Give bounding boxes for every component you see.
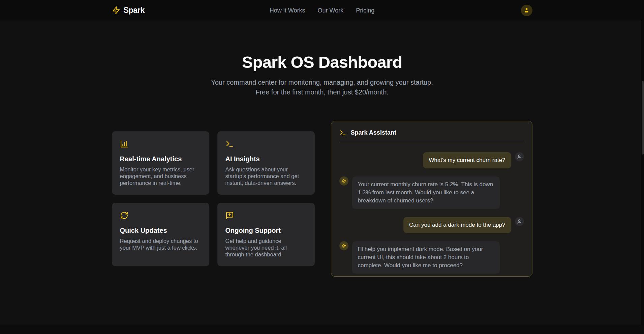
assistant-panel-header: Spark Assistant bbox=[339, 129, 524, 136]
zap-icon bbox=[341, 178, 346, 184]
assistant-avatar bbox=[339, 241, 348, 250]
terminal-icon bbox=[225, 140, 234, 148]
brand-logo[interactable]: Spark bbox=[112, 6, 145, 15]
feature-title: AI Insights bbox=[225, 155, 307, 163]
user-message-bubble: Can you add a dark mode to the app? bbox=[403, 217, 511, 233]
chat-message-assistant: Your current monthly churn rate is 5.2%.… bbox=[339, 176, 524, 209]
assistant-avatar bbox=[339, 176, 348, 186]
hero-section: Spark OS Dashboard Your command center f… bbox=[0, 21, 644, 97]
chat-message-assistant: I'll help you implement dark mode. Based… bbox=[339, 241, 524, 274]
user-icon bbox=[517, 154, 522, 160]
message-square-plus-icon bbox=[225, 211, 234, 220]
chat-message-user: What's my current churn rate? bbox=[339, 152, 524, 168]
chat-messages: What's my current churn rate? Your curre… bbox=[339, 152, 524, 274]
page-title: Spark OS Dashboard bbox=[0, 53, 644, 72]
user-message-bubble: What's my current churn rate? bbox=[423, 152, 511, 168]
spark-zap-icon bbox=[112, 6, 120, 15]
feature-description: Request and deploy changes to your MVP w… bbox=[120, 238, 201, 251]
panel-divider bbox=[339, 143, 524, 143]
spark-assistant-panel: Spark Assistant What's my current churn … bbox=[331, 121, 532, 277]
brand-name: Spark bbox=[124, 6, 145, 15]
main-content: Spark OS Dashboard Your command center f… bbox=[0, 21, 644, 277]
assistant-panel-title: Spark Assistant bbox=[351, 129, 396, 136]
feature-description: Get help and guidance whenever you need … bbox=[225, 238, 307, 258]
feature-card-ongoing-support: Ongoing Support Get help and guidance wh… bbox=[217, 203, 315, 266]
hero-subtitle: Your command center for monitoring, mana… bbox=[208, 78, 436, 97]
bar-chart-icon bbox=[120, 140, 128, 148]
account-button[interactable] bbox=[521, 5, 532, 16]
feature-card-real-time-analytics: Real-time Analytics Monitor your key met… bbox=[112, 131, 209, 195]
nav-link-pricing[interactable]: Pricing bbox=[356, 7, 374, 14]
features-grid: Real-time Analytics Monitor your key met… bbox=[112, 131, 315, 266]
assistant-message-bubble: I'll help you implement dark mode. Based… bbox=[352, 241, 500, 274]
feature-title: Ongoing Support bbox=[225, 227, 307, 234]
feature-title: Real-time Analytics bbox=[120, 155, 201, 163]
top-nav: Spark How it Works Our Work Pricing bbox=[0, 0, 644, 21]
scrollbar-thumb[interactable] bbox=[642, 81, 644, 155]
terminal-icon bbox=[339, 129, 346, 136]
page-bottom-strip bbox=[0, 325, 644, 334]
user-avatar bbox=[515, 152, 524, 161]
chat-message-user: Can you add a dark mode to the app? bbox=[339, 217, 524, 233]
feature-description: Ask questions about your startup's perfo… bbox=[225, 166, 307, 186]
feature-card-quick-updates: Quick Updates Request and deploy changes… bbox=[112, 203, 209, 266]
feature-description: Monitor your key metrics, user engagemen… bbox=[120, 166, 201, 186]
user-avatar bbox=[515, 217, 524, 226]
feature-card-ai-insights: AI Insights Ask questions about your sta… bbox=[217, 131, 315, 195]
nav-link-how-it-works[interactable]: How it Works bbox=[270, 7, 305, 14]
zap-icon bbox=[341, 243, 346, 248]
assistant-message-bubble: Your current monthly churn rate is 5.2%.… bbox=[352, 176, 500, 209]
nav-link-our-work[interactable]: Our Work bbox=[317, 7, 343, 14]
scrollbar-track bbox=[641, 0, 644, 334]
user-icon bbox=[517, 219, 522, 224]
feature-title: Quick Updates bbox=[120, 227, 201, 234]
user-icon bbox=[523, 7, 530, 13]
refresh-icon bbox=[120, 211, 128, 220]
nav-links: How it Works Our Work Pricing bbox=[270, 7, 374, 14]
